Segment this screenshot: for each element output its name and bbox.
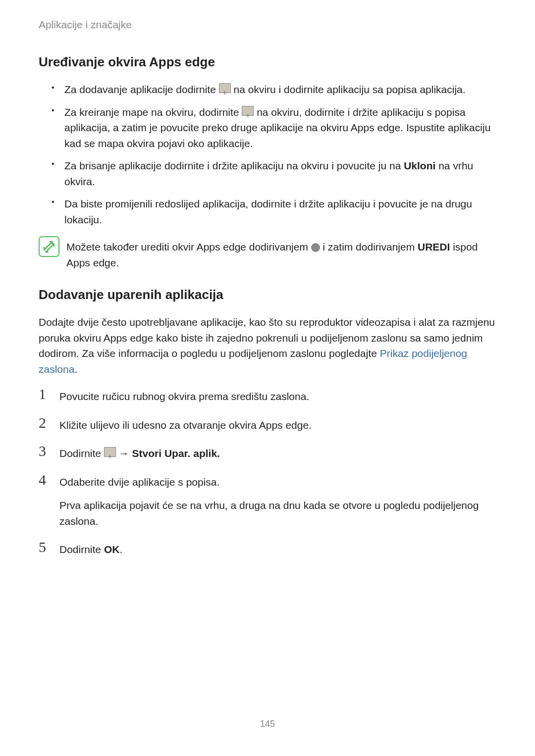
step-number: 4 (39, 472, 53, 529)
step-number: 2 (39, 415, 53, 433)
step-body: Dodirnite → Stvori Upar. aplik. (59, 444, 220, 461)
settings-icon (311, 243, 320, 252)
note-bold: UREDI (418, 241, 450, 252)
step-number: 1 (39, 387, 53, 404)
plus-icon (242, 106, 254, 116)
list-item: Za dodavanje aplikacije dodirnite na okv… (54, 82, 496, 98)
step-number: 3 (39, 444, 53, 461)
step-bold: Stvori Upar. aplik. (132, 448, 220, 459)
note-pre: Možete također urediti okvir Apps edge d… (66, 241, 311, 252)
step-body: Odaberite dvije aplikacije s popisa. Prv… (59, 472, 496, 529)
list-item: 2 Kližite ulijevo ili udesno za otvaranj… (39, 415, 496, 433)
page-header: Aplikacije i značajke (39, 19, 132, 31)
section2-heading: Dodavanje uparenih aplikacija (39, 287, 496, 302)
bullet-text-pre: Za kreiranje mape na okviru, dodirnite (64, 106, 242, 118)
section1-bullets: Za dodavanje aplikacije dodirnite na okv… (54, 82, 496, 227)
step-body: Dodirnite OK. (59, 540, 122, 557)
plus-icon (104, 447, 116, 457)
bullet-text: Da biste promijenili redoslijed aplikaci… (64, 198, 472, 225)
list-item: Za kreiranje mape na okviru, dodirnite n… (54, 104, 496, 151)
bullet-bold: Ukloni (404, 160, 435, 171)
step-body: Kližite ulijevo ili udesno za otvaranje … (59, 415, 312, 433)
bullet-text-pre: Za dodavanje aplikacije dodirnite (64, 84, 219, 95)
step-arrow: → (116, 448, 132, 459)
list-item: Da biste promijenili redoslijed aplikaci… (54, 196, 496, 227)
list-item: 3 Dodirnite → Stvori Upar. aplik. (39, 444, 496, 461)
page-number: 145 (0, 719, 535, 729)
step-extra: Prva aplikacija pojavit će se na vrhu, a… (59, 498, 496, 529)
step-pre: Dodirnite (59, 544, 104, 555)
step-post: . (119, 544, 122, 555)
bullet-text-a: Za brisanje aplikacije dodirnite i držit… (64, 160, 404, 171)
note-text: Možete također urediti okvir Apps edge d… (66, 236, 496, 270)
list-item: 4 Odaberite dvije aplikacije s popisa. P… (39, 472, 496, 529)
note-box: Možete također urediti okvir Apps edge d… (39, 236, 496, 270)
step-body: Povucite ručicu rubnog okvira prema sred… (59, 387, 309, 404)
section1-heading: Uređivanje okvira Apps edge (39, 54, 496, 70)
step-bold: OK (104, 544, 120, 555)
list-item: 1 Povucite ručicu rubnog okvira prema sr… (39, 387, 496, 404)
list-item: 5 Dodirnite OK. (39, 540, 496, 557)
bullet-text-post: na okviru i dodirnite aplikaciju sa popi… (231, 84, 466, 95)
step-number: 5 (39, 540, 53, 557)
paragraph-b: . (74, 363, 77, 375)
steps-list: 1 Povucite ručicu rubnog okvira prema sr… (39, 387, 496, 557)
note-mid: i zatim dodirivanjem (320, 241, 418, 252)
main-content: Uređivanje okvira Apps edge Za dodavanje… (39, 54, 496, 568)
plus-icon (219, 83, 231, 93)
note-icon (39, 236, 59, 257)
step-text: Odaberite dvije aplikacije s popisa. (59, 476, 219, 488)
section2-paragraph: Dodajte dvije često upotrebljavane aplik… (39, 314, 496, 377)
step-pre: Dodirnite (59, 448, 104, 459)
list-item: Za brisanje aplikacije dodirnite i držit… (54, 158, 496, 189)
